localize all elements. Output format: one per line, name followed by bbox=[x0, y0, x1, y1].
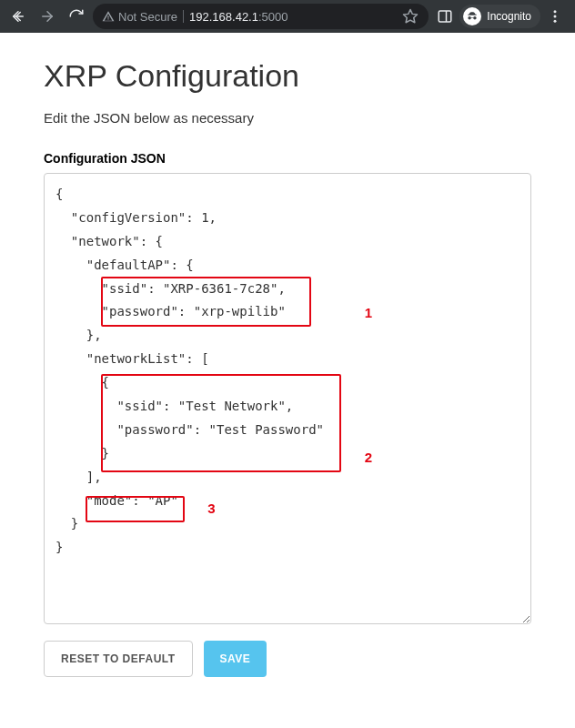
not-secure-label: Not Secure bbox=[118, 10, 177, 24]
kebab-icon bbox=[547, 8, 563, 25]
page-title: XRP Configuration bbox=[44, 58, 531, 94]
config-json-label: Configuration JSON bbox=[44, 151, 531, 166]
reset-button[interactable]: Reset to Default bbox=[44, 641, 193, 677]
url-text: 192.168.42.1:5000 bbox=[189, 10, 288, 24]
reload-icon bbox=[68, 8, 85, 25]
svg-marker-3 bbox=[404, 10, 418, 23]
address-bar[interactable]: Not Secure 192.168.42.1:5000 bbox=[93, 4, 429, 29]
back-button[interactable] bbox=[5, 4, 31, 29]
security-not-secure[interactable]: Not Secure bbox=[102, 10, 177, 24]
browser-toolbar: Not Secure 192.168.42.1:5000 Incognito bbox=[0, 0, 575, 33]
arrow-right-icon bbox=[39, 8, 55, 25]
forward-button[interactable] bbox=[35, 4, 60, 29]
incognito-badge[interactable]: Incognito bbox=[459, 5, 540, 28]
panel-button[interactable] bbox=[432, 4, 458, 29]
config-json-textarea[interactable] bbox=[44, 173, 531, 624]
menu-button[interactable] bbox=[542, 4, 568, 29]
reload-button[interactable] bbox=[64, 4, 89, 29]
svg-rect-4 bbox=[439, 11, 452, 22]
svg-point-8 bbox=[554, 20, 557, 23]
star-icon bbox=[402, 8, 419, 25]
bookmark-button[interactable] bbox=[401, 7, 419, 25]
panel-icon bbox=[437, 8, 453, 25]
json-editor-wrap: { "configVersion": 1, "network": { "defa… bbox=[44, 173, 531, 624]
warning-icon bbox=[102, 10, 115, 23]
page-subtitle: Edit the JSON below as necessary bbox=[44, 110, 531, 126]
svg-point-6 bbox=[554, 10, 557, 13]
divider bbox=[183, 10, 184, 23]
page-content: XRP Configuration Edit the JSON below as… bbox=[0, 33, 575, 693]
incognito-label: Incognito bbox=[487, 10, 531, 23]
save-button[interactable]: Save bbox=[204, 641, 267, 677]
svg-point-7 bbox=[554, 15, 557, 18]
incognito-icon bbox=[463, 7, 481, 25]
arrow-left-icon bbox=[10, 8, 26, 25]
button-row: Reset to Default Save bbox=[44, 641, 531, 677]
